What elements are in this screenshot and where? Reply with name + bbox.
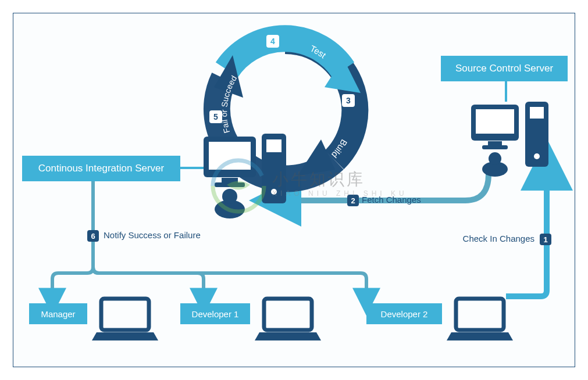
laptop-icon-dev1 (256, 296, 320, 343)
svg-rect-23 (488, 141, 502, 145)
watermark-logo (204, 151, 273, 221)
laptop-icon-manager (93, 296, 157, 343)
step2-label: Fetch Changes (362, 195, 421, 205)
svg-rect-17 (266, 139, 281, 152)
svg-rect-30 (101, 299, 149, 330)
svg-text:3: 3 (346, 96, 351, 105)
svg-rect-31 (264, 299, 312, 330)
svg-rect-22 (476, 109, 514, 134)
diagram-stage: Test Build Fail or Succeed 4 3 5 Contino… (0, 0, 588, 380)
manager-box: Manager (29, 303, 87, 324)
source-computer-icon (468, 102, 561, 177)
ci-server-box: Continous Integration Server (22, 156, 180, 181)
svg-text:4: 4 (270, 37, 275, 46)
svg-text:5: 5 (213, 112, 218, 121)
step6-label: Notify Success or Failure (104, 230, 201, 240)
dev1-box: Developer 1 (180, 303, 250, 324)
step6-badge: 6 (87, 230, 99, 242)
svg-rect-26 (530, 107, 544, 119)
laptop-icon-dev2 (448, 296, 512, 343)
svg-rect-32 (456, 299, 504, 330)
step1-label: Check In Changes (463, 234, 534, 243)
step1-badge: 1 (540, 234, 551, 245)
svg-rect-24 (482, 145, 508, 149)
svg-point-29 (489, 152, 501, 165)
dev2-box: Developer 2 (366, 303, 442, 324)
step2-badge: 2 (347, 195, 359, 206)
svg-point-27 (534, 153, 540, 159)
source-server-box: Source Control Server (441, 56, 568, 81)
